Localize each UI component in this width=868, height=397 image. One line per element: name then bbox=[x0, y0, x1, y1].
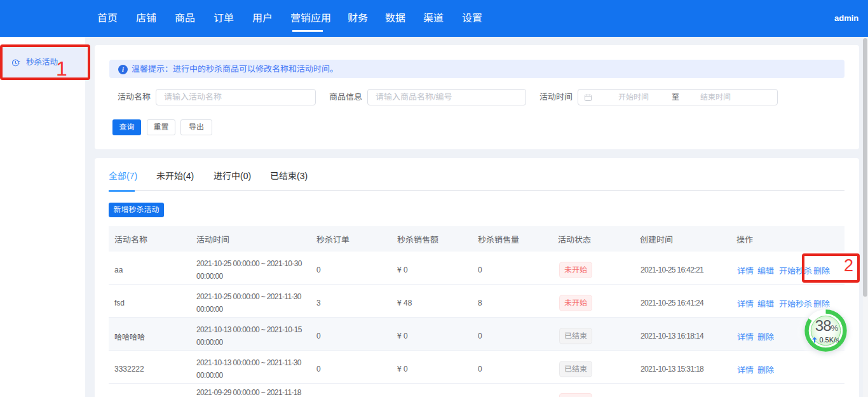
svg-text:i: i bbox=[122, 65, 124, 73]
